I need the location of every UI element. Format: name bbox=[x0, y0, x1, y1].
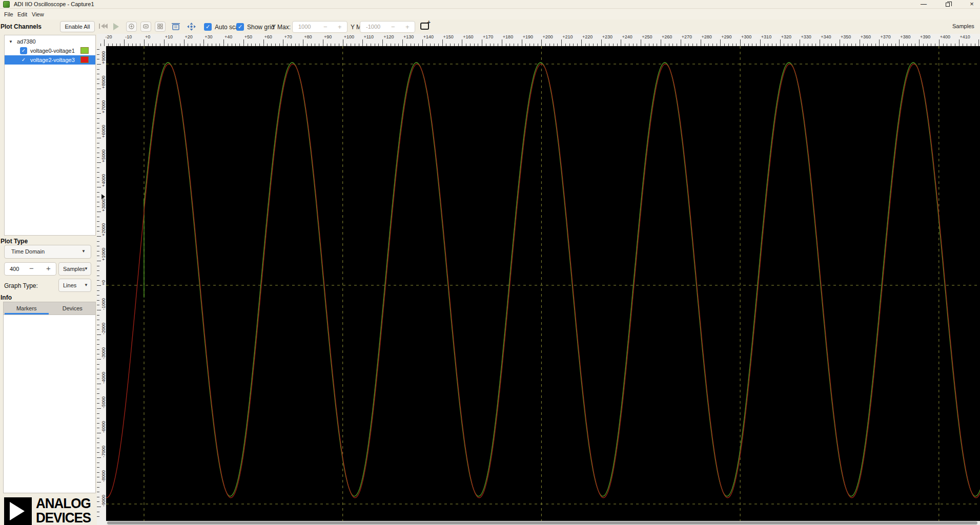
minimize-button[interactable]: — bbox=[914, 0, 932, 9]
info-label: Info bbox=[1, 294, 12, 301]
y-tick-label: +9000 bbox=[101, 51, 106, 64]
x-tick-label: +30 bbox=[205, 34, 212, 39]
y-tick bbox=[97, 443, 99, 443]
channel-list: ▼ ad7380 ✓ voltage0-voltage1 ✓ voltage2-… bbox=[4, 35, 96, 236]
y-min-input[interactable]: -1000 bbox=[366, 24, 380, 30]
y-tick-label: +1000 bbox=[101, 248, 106, 261]
y-tick bbox=[97, 276, 99, 276]
close-button[interactable]: × bbox=[963, 0, 980, 9]
y-max-minus-button[interactable]: − bbox=[323, 23, 328, 31]
menu-file[interactable]: File bbox=[2, 11, 15, 18]
y-tick bbox=[97, 241, 99, 242]
zoom-out-button[interactable] bbox=[140, 22, 151, 32]
show-grid-checkbox[interactable]: ✓ bbox=[236, 23, 244, 31]
channel2-checkbox[interactable]: ✓ bbox=[20, 56, 27, 64]
x-tick bbox=[343, 39, 343, 46]
plot-channels-label: Plot Channels bbox=[1, 23, 42, 30]
device-row[interactable]: ▼ ad7380 bbox=[5, 37, 95, 46]
channel-row-voltage0[interactable]: ✓ voltage0-voltage1 bbox=[5, 46, 95, 55]
x-tick-label: +70 bbox=[284, 34, 292, 39]
toolbar: Plot Channels Enable All ✓ Auto scale ✓ … bbox=[0, 19, 980, 34]
y-max-plus-button[interactable]: + bbox=[338, 23, 342, 31]
y-tick bbox=[97, 364, 99, 365]
x-tick-label: +380 bbox=[900, 34, 910, 39]
logo-text: ANALOG DEVICES bbox=[36, 496, 91, 525]
x-tick bbox=[283, 39, 283, 46]
y-tick bbox=[97, 384, 101, 384]
sample-count-input[interactable]: 400 bbox=[10, 266, 19, 272]
y-tick bbox=[97, 94, 99, 94]
x-tick bbox=[164, 39, 165, 46]
auto-scale-checkbox[interactable]: ✓ bbox=[204, 23, 212, 31]
menu-view[interactable]: View bbox=[30, 11, 46, 18]
channel2-color-swatch[interactable] bbox=[80, 56, 89, 63]
y-tick bbox=[97, 369, 99, 369]
y-tick bbox=[97, 49, 99, 50]
y-tick bbox=[97, 310, 101, 310]
y-tick bbox=[97, 206, 99, 207]
x-tick-label: +60 bbox=[264, 34, 272, 39]
zoom-fit-button[interactable] bbox=[155, 22, 166, 32]
x-tick bbox=[263, 39, 264, 46]
capture-icon[interactable] bbox=[98, 22, 109, 32]
x-tick-label: +290 bbox=[721, 34, 731, 39]
y-tick bbox=[97, 320, 99, 320]
menu-edit[interactable]: Edit bbox=[15, 11, 29, 18]
y-tick bbox=[97, 138, 101, 138]
y-tick bbox=[97, 123, 99, 123]
x-tick bbox=[978, 39, 979, 46]
y-tick bbox=[97, 492, 99, 492]
y-tick bbox=[97, 103, 99, 104]
zoom-in-button[interactable] bbox=[126, 22, 137, 32]
y-tick-label: +0 bbox=[101, 280, 106, 285]
channel-row-voltage2[interactable]: ✓ voltage2-voltage3 bbox=[5, 55, 95, 65]
x-tick bbox=[442, 39, 443, 46]
channel2-label: voltage2-voltage3 bbox=[30, 57, 75, 63]
y-tick-label: +5000 bbox=[101, 150, 106, 162]
x-tick bbox=[462, 39, 462, 46]
x-tick-label: +140 bbox=[423, 34, 434, 39]
x-tick bbox=[104, 39, 105, 46]
y-tick-label: -4000 bbox=[101, 372, 106, 384]
play-icon[interactable] bbox=[113, 23, 119, 30]
snapshot-icon[interactable] bbox=[171, 22, 180, 33]
y-tick-label: +6000 bbox=[101, 125, 106, 138]
x-tick-label: +250 bbox=[642, 34, 652, 39]
sample-unit-dropdown[interactable]: Samples ▼ bbox=[58, 262, 91, 276]
x-tick-label: +300 bbox=[741, 34, 751, 39]
analog-devices-logo: ANALOG DEVICES bbox=[4, 497, 96, 525]
y-max-input[interactable]: 1000 bbox=[298, 24, 311, 30]
pan-icon[interactable] bbox=[187, 22, 196, 33]
x-tick-label: -20 bbox=[105, 34, 112, 39]
plot-type-dropdown[interactable]: Time Domain ▼ bbox=[4, 245, 91, 259]
expander-icon[interactable]: ▼ bbox=[9, 39, 13, 44]
sample-count-plus-button[interactable]: + bbox=[46, 264, 51, 272]
x-tick-label: +310 bbox=[761, 34, 771, 39]
x-tick-label: +240 bbox=[622, 34, 632, 39]
channel0-checkbox[interactable]: ✓ bbox=[20, 47, 27, 54]
new-window-icon[interactable] bbox=[420, 23, 429, 30]
restore-button[interactable] bbox=[939, 0, 956, 9]
sample-count-minus-button[interactable]: − bbox=[29, 264, 34, 272]
y-tick bbox=[97, 118, 99, 119]
y-tick bbox=[97, 202, 99, 202]
x-tick bbox=[482, 39, 482, 46]
y-tick bbox=[97, 280, 99, 281]
x-tick-label: +190 bbox=[523, 34, 533, 39]
x-tick bbox=[223, 39, 224, 46]
channel0-color-swatch[interactable] bbox=[80, 47, 89, 54]
y-tick bbox=[97, 389, 99, 389]
y-min-plus-button[interactable]: + bbox=[405, 23, 410, 31]
x-tick-label: +100 bbox=[344, 34, 354, 39]
enable-all-button[interactable]: Enable All bbox=[60, 21, 95, 32]
sidebar: ▼ ad7380 ✓ voltage0-voltage1 ✓ voltage2-… bbox=[0, 34, 97, 525]
y-tick bbox=[97, 221, 99, 222]
scrollbar-thumb[interactable] bbox=[107, 521, 977, 524]
graph-type-dropdown[interactable]: Lines ▼ bbox=[58, 279, 91, 292]
x-tick bbox=[184, 39, 185, 46]
waveform-canvas[interactable] bbox=[106, 46, 980, 521]
tab-devices[interactable]: Devices bbox=[50, 302, 96, 315]
y-tick bbox=[97, 98, 99, 99]
y-min-minus-button[interactable]: − bbox=[391, 23, 395, 31]
y-tick bbox=[97, 329, 99, 330]
